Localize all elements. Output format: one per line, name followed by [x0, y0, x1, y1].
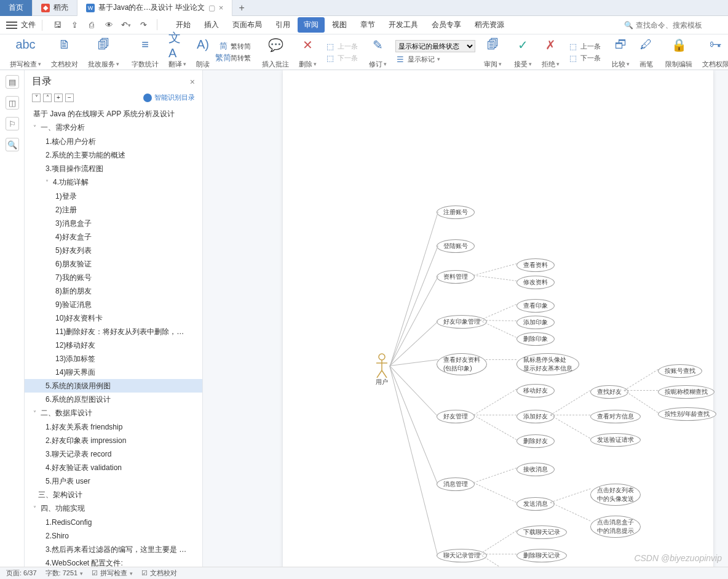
- toc-item[interactable]: 4.好友验证表 validation: [25, 461, 202, 474]
- delete-comment-button[interactable]: ✕删除▾: [294, 36, 322, 69]
- show-marks-button[interactable]: ☰显示标记▾: [395, 54, 475, 64]
- toc-list[interactable]: 基于 Java 的在线聊天 APP 系统分析及设计˅一、需求分析1.核心用户分析…: [25, 106, 202, 567]
- menu-tab-稻壳资源[interactable]: 稻壳资源: [469, 17, 510, 33]
- del-level-icon[interactable]: −: [65, 94, 74, 102]
- tab-home[interactable]: 首页: [0, 0, 33, 16]
- new-level-icon[interactable]: +: [54, 94, 63, 102]
- toc-item[interactable]: 10)好友资料卡: [25, 311, 202, 325]
- toc-item[interactable]: 1.好友关系表 friendship: [25, 420, 202, 434]
- menu-tab-插入[interactable]: 插入: [198, 17, 225, 33]
- menu-tab-引用[interactable]: 引用: [269, 17, 296, 33]
- restrict-edit-button[interactable]: 🔒限制编辑: [660, 36, 697, 69]
- preview-icon[interactable]: 👁: [103, 19, 115, 31]
- usecase-node: 删除聊天记录: [516, 549, 567, 562]
- toc-item[interactable]: 13)添加标签: [25, 352, 202, 365]
- search-input[interactable]: [636, 21, 722, 30]
- proofread-button[interactable]: 🗎文档校对: [46, 36, 83, 69]
- nav-search-icon[interactable]: 🔍: [6, 138, 19, 151]
- menu-tab-页面布局[interactable]: 页面布局: [226, 17, 268, 33]
- close-toc-icon[interactable]: ×: [190, 77, 195, 87]
- doc-permission-button[interactable]: 🗝文档权限: [697, 36, 728, 69]
- print-icon[interactable]: ⎙: [85, 19, 98, 31]
- toc-item[interactable]: 4)好友盒子: [25, 230, 202, 244]
- toc-item[interactable]: 4.WebSocket 配置文件:: [25, 556, 202, 567]
- expand-all-icon[interactable]: ˄: [43, 94, 52, 102]
- toc-item[interactable]: 1)登录: [25, 190, 202, 203]
- spellcheck-button[interactable]: abc拼写检查▾: [5, 36, 46, 69]
- undo-icon[interactable]: ↶▾: [120, 19, 132, 31]
- status-words[interactable]: 字数: 7251▾: [46, 569, 84, 578]
- simp-to-trad-button[interactable]: 繁简简转繁: [218, 53, 251, 63]
- menu-tab-开发工具[interactable]: 开发工具: [382, 17, 424, 33]
- toc-item[interactable]: 12)移动好友: [25, 338, 202, 352]
- toc-item[interactable]: 3)消息盒子: [25, 217, 202, 230]
- smart-toc-button[interactable]: 智能识别目录: [143, 93, 195, 102]
- read-button[interactable]: A)朗读: [191, 36, 215, 69]
- next-change-button[interactable]: ⬚下一条: [568, 53, 601, 63]
- toc-item[interactable]: 5)好友列表: [25, 244, 202, 257]
- toc-item[interactable]: 5.用户表 user: [25, 474, 202, 488]
- toc-item[interactable]: 7)我的账号: [25, 271, 202, 284]
- toc-item[interactable]: 1.RedisConfig: [25, 516, 202, 529]
- toc-item[interactable]: 2.Shiro: [25, 529, 202, 543]
- menu-tab-会员专享[interactable]: 会员专享: [425, 17, 467, 33]
- track-changes-button[interactable]: ✎修订▾: [364, 36, 392, 69]
- prev-change-button[interactable]: ⬚上一条: [568, 41, 601, 51]
- toc-item[interactable]: 9)验证消息: [25, 298, 202, 311]
- toc-item[interactable]: 3.聊天记录表 record: [25, 447, 202, 461]
- nav-bookmark-icon[interactable]: ⚐: [6, 117, 19, 130]
- redo-icon[interactable]: ↷: [137, 19, 149, 31]
- search-box[interactable]: 🔍: [624, 21, 722, 30]
- batch-button[interactable]: 🗐批改服务▾: [83, 36, 124, 69]
- save-icon[interactable]: 🖫: [51, 19, 63, 31]
- nav-outline-icon[interactable]: ◫: [6, 96, 19, 110]
- nav-doc-icon[interactable]: ▤: [6, 75, 19, 89]
- toc-item[interactable]: ˅4.功能详解: [25, 175, 202, 190]
- hamburger-icon[interactable]: [6, 22, 17, 29]
- wordcount-button[interactable]: ≡字数统计: [127, 36, 164, 69]
- accept-button[interactable]: ✓接受▾: [509, 36, 537, 69]
- toc-item[interactable]: 14)聊天界面: [25, 365, 202, 379]
- status-spell[interactable]: ☑ 拼写检查▾: [92, 569, 133, 578]
- toc-item[interactable]: 5.系统的顶级用例图: [25, 379, 202, 393]
- toc-item[interactable]: ˅一、需求分析: [25, 121, 202, 135]
- document-viewport[interactable]: 用户 注册账号登陆账号资料管理好友印象管理查看好友资料(包括印象)好友管理消息管…: [203, 70, 728, 567]
- next-comment-button[interactable]: ⬚下一条: [325, 53, 358, 63]
- new-tab-button[interactable]: +: [232, 2, 251, 14]
- menu-tab-章节[interactable]: 章节: [354, 17, 381, 33]
- toc-item[interactable]: 三、架构设计: [25, 488, 202, 501]
- toc-item[interactable]: ˅二、数据库设计: [25, 406, 202, 420]
- toc-item[interactable]: 8)新的朋友: [25, 284, 202, 298]
- status-page[interactable]: 页面: 6/37: [6, 569, 37, 578]
- export-icon[interactable]: ⇪: [68, 19, 81, 31]
- collapse-all-icon[interactable]: ˅: [32, 94, 41, 102]
- pen-button[interactable]: 🖊画笔: [635, 36, 658, 69]
- prev-comment-button[interactable]: ⬚上一条: [325, 41, 358, 51]
- translate-button[interactable]: 文A翻译▾: [164, 36, 191, 69]
- toc-item[interactable]: 2.好友印象表 impression: [25, 434, 202, 447]
- menu-tab-审阅[interactable]: 审阅: [298, 17, 325, 33]
- tab-document[interactable]: W基于Java的在…及设计 毕业论文▢×: [77, 0, 232, 16]
- toc-item[interactable]: 2)注册: [25, 203, 202, 217]
- review-pane-button[interactable]: 🗐审阅▾: [479, 36, 507, 69]
- reject-button[interactable]: ✗拒绝▾: [537, 36, 564, 69]
- toc-item[interactable]: 基于 Java 的在线聊天 APP 系统分析及设计: [25, 107, 202, 121]
- menu-file[interactable]: 文件: [21, 20, 36, 30]
- toc-item[interactable]: 11)删除好友：将好友从列表中删除，…: [25, 325, 202, 338]
- toc-item[interactable]: 3.然后再来看过滤器的编写，这里主要是 …: [25, 543, 202, 556]
- toc-item[interactable]: 1.核心用户分析: [25, 135, 202, 148]
- status-proof[interactable]: ☑ 文档校对: [141, 569, 177, 578]
- compare-button[interactable]: 🗗比较▾: [607, 36, 635, 69]
- toc-item[interactable]: 2.系统的主要功能的概述: [25, 148, 202, 162]
- trad-to-simp-button[interactable]: 简繁转简: [218, 41, 251, 51]
- toc-item[interactable]: 6)朋友验证: [25, 257, 202, 271]
- tab-daoke[interactable]: ◆稻壳: [33, 0, 77, 16]
- track-mode-select[interactable]: 显示标记的最终状态: [395, 40, 475, 52]
- toc-item[interactable]: 3.项目操作流程图: [25, 162, 202, 175]
- close-tab-icon[interactable]: ×: [219, 3, 224, 12]
- toc-item[interactable]: 6.系统的原型图设计: [25, 393, 202, 406]
- menu-tab-视图[interactable]: 视图: [326, 17, 353, 33]
- usecase-node: 下载聊天记录: [516, 525, 567, 539]
- toc-item[interactable]: ˅四、功能实现: [25, 501, 202, 516]
- insert-comment-button[interactable]: 💬插入批注: [257, 36, 294, 69]
